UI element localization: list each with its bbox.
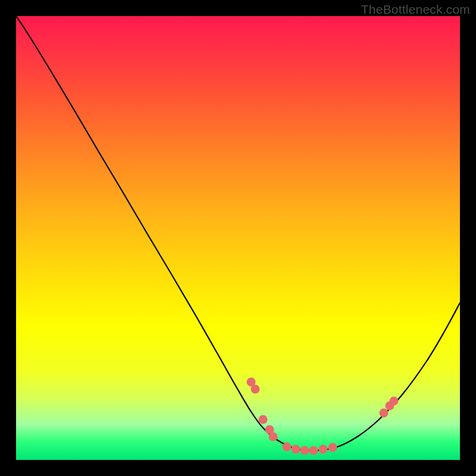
scatter-dot [319,445,328,454]
chart-area [16,16,460,460]
scatter-dot [259,415,268,424]
scatter-dot [380,409,389,418]
scatter-dot [300,446,309,455]
watermark-text: TheBottleneck.com [361,2,470,17]
scatter-dot [283,443,292,452]
bottleneck-curve [16,16,460,450]
chart-svg [16,16,460,460]
scatter-dot [390,397,399,406]
scatter-dot [309,446,318,455]
scatter-dots [247,378,399,455]
scatter-dot [269,433,278,441]
scatter-dot [251,385,260,394]
scatter-dot [292,445,300,454]
scatter-dot [328,443,337,452]
